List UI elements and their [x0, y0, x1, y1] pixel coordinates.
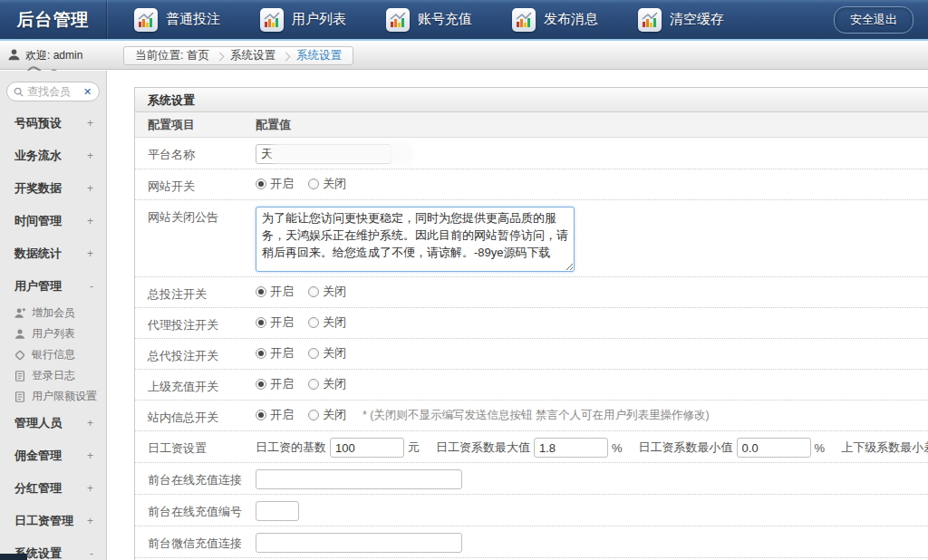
- radio-option[interactable]: 关闭: [308, 284, 346, 300]
- expand-toggle-icon[interactable]: +: [87, 515, 93, 527]
- sidebar-group-label: 管理人员: [14, 415, 62, 431]
- expand-toggle-icon[interactable]: +: [87, 449, 93, 462]
- panel-title: 系统设置: [135, 88, 928, 112]
- bar-chart-icon: [512, 8, 536, 32]
- radio-option[interactable]: 开启: [256, 284, 294, 300]
- radio-option[interactable]: 开启: [256, 345, 294, 362]
- sidebar-group-label: 佣金管理: [14, 448, 62, 464]
- sidebar-item[interactable]: 用户限额设置: [0, 386, 106, 407]
- breadcrumb-separator-icon: [216, 52, 225, 61]
- sidebar-group[interactable]: 号码预设+: [0, 107, 106, 140]
- radio-label: 开启: [270, 176, 294, 192]
- text-input[interactable]: [256, 144, 392, 164]
- field-input[interactable]: [737, 438, 811, 458]
- expand-toggle-icon[interactable]: +: [87, 150, 93, 162]
- topbar-menu-label: 清空缓存: [670, 11, 724, 28]
- sidebar-group-label: 开奖数据: [14, 180, 62, 197]
- radio-option[interactable]: 关闭: [308, 345, 346, 362]
- config-value: [256, 531, 928, 553]
- radio-option[interactable]: 开启: [256, 407, 294, 423]
- field-label: 日工资系数最小值: [639, 439, 733, 456]
- table-row: 前台微信充值连接: [135, 526, 928, 558]
- sidebar-item[interactable]: 银行信息: [0, 344, 106, 365]
- radio-option[interactable]: 关闭: [308, 176, 346, 192]
- bank-icon: [14, 349, 26, 362]
- text-input[interactable]: [256, 469, 462, 489]
- topbar-menu-item[interactable]: 用户列表: [260, 8, 346, 32]
- sidebar-item-label: 增加会员: [32, 305, 75, 321]
- radio-option[interactable]: 开启: [256, 376, 294, 392]
- search-input[interactable]: [27, 85, 80, 98]
- config-value: [256, 468, 928, 489]
- table-row: 前台在线充值连接: [135, 463, 928, 495]
- breadcrumb-prefix[interactable]: 当前位置: 首页: [135, 48, 209, 63]
- field-input[interactable]: [330, 438, 404, 458]
- radio-label: 关闭: [323, 376, 346, 392]
- topbar-menu-item[interactable]: 普通投注: [134, 8, 220, 32]
- topbar-menu-item[interactable]: 发布消息: [512, 8, 598, 32]
- radio-label: 关闭: [323, 314, 346, 331]
- expand-toggle-icon[interactable]: +: [87, 182, 93, 195]
- sidebar-group[interactable]: 业务流水+: [0, 140, 106, 172]
- text-input[interactable]: [256, 533, 462, 553]
- radio-button[interactable]: [256, 286, 266, 297]
- radio-option[interactable]: 关闭: [308, 376, 346, 392]
- radio-button[interactable]: [308, 179, 319, 189]
- sidebar-group[interactable]: 数据统计+: [0, 237, 106, 270]
- expand-toggle-icon[interactable]: +: [87, 215, 93, 227]
- radio-label: 关闭: [323, 407, 346, 423]
- main-content: 系统设置 配置项目 配置值 平台名称网站开关开启关闭网站关闭公告总投注开关开启关…: [108, 71, 928, 560]
- sidebar-item[interactable]: 登录日志: [0, 365, 106, 386]
- notice-textarea[interactable]: [256, 207, 575, 272]
- radio-button[interactable]: [256, 410, 266, 420]
- sidebar-group[interactable]: 日工资管理+: [0, 505, 106, 537]
- breadcrumb-item-current: 系统设置: [296, 48, 342, 63]
- radio-button[interactable]: [256, 348, 266, 359]
- expand-toggle-icon[interactable]: +: [87, 117, 93, 130]
- expand-toggle-icon[interactable]: -: [90, 280, 93, 293]
- sidebar-group[interactable]: 开奖数据+: [0, 172, 106, 205]
- config-value: 开启关闭: [256, 374, 928, 392]
- expand-toggle-icon[interactable]: +: [87, 482, 93, 495]
- expand-toggle-icon[interactable]: +: [87, 417, 93, 430]
- field-input[interactable]: [534, 438, 608, 458]
- topbar-menu-label: 普通投注: [166, 11, 220, 28]
- radio-button[interactable]: [256, 179, 266, 189]
- radio-button[interactable]: [308, 286, 319, 297]
- expand-toggle-icon[interactable]: +: [87, 247, 93, 260]
- expand-toggle-icon[interactable]: -: [90, 547, 93, 560]
- config-item-label: 平台名称: [135, 142, 256, 163]
- config-value: 开启关闭: [256, 313, 928, 331]
- sidebar-item[interactable]: 用户列表: [0, 323, 106, 344]
- radio-button[interactable]: [308, 348, 319, 359]
- radio-option[interactable]: 开启: [256, 314, 294, 331]
- radio-button[interactable]: [308, 379, 319, 390]
- radio-button[interactable]: [308, 317, 319, 328]
- radio-button[interactable]: [308, 410, 319, 420]
- radio-button[interactable]: [256, 379, 266, 390]
- topbar-menu-label: 发布消息: [544, 11, 598, 28]
- sidebar-group[interactable]: 分红管理+: [0, 472, 106, 505]
- bar-chart-icon: [638, 8, 662, 32]
- radio-button[interactable]: [256, 317, 266, 328]
- sidebar-group[interactable]: 佣金管理+: [0, 439, 106, 472]
- sidebar-group[interactable]: 时间管理+: [0, 205, 106, 237]
- radio-option[interactable]: 关闭: [308, 314, 346, 331]
- sidebar-item[interactable]: 增加会员: [0, 303, 106, 323]
- sidebar-group[interactable]: 管理人员+: [0, 407, 106, 439]
- table-row: 总代投注开关开启关闭: [135, 339, 928, 370]
- radio-option[interactable]: 开启: [256, 176, 294, 192]
- breadcrumb-item[interactable]: 系统设置: [230, 48, 276, 63]
- member-search-box[interactable]: ✕: [6, 82, 100, 101]
- logout-button[interactable]: 安全退出: [834, 6, 914, 34]
- sidebar-group[interactable]: 用户管理-: [0, 270, 106, 303]
- sidebar-group-label: 业务流水: [14, 148, 62, 164]
- radio-option[interactable]: 关闭: [308, 407, 346, 423]
- field-label: 日工资的基数: [256, 439, 326, 456]
- config-value: [256, 142, 928, 164]
- text-input[interactable]: [256, 501, 299, 521]
- search-clear-icon[interactable]: ✕: [83, 87, 92, 97]
- topbar-menu-item[interactable]: 清空缓存: [638, 8, 724, 32]
- table-row: 网站关闭公告: [135, 200, 928, 277]
- topbar-menu-item[interactable]: 账号充值: [386, 8, 472, 32]
